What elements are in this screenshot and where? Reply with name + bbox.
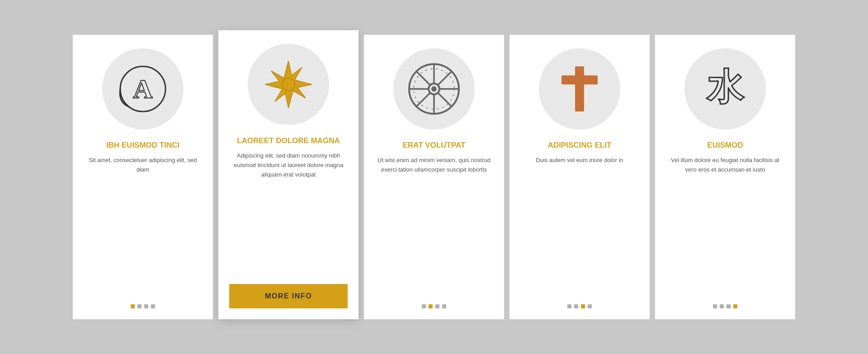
dot	[435, 304, 439, 308]
svg-rect-16	[575, 66, 584, 112]
kanji-icon: 水	[696, 60, 755, 118]
svg-rect-17	[561, 75, 598, 84]
dot	[726, 304, 731, 308]
svg-line-11	[438, 93, 452, 107]
dot	[144, 304, 148, 308]
dot	[574, 304, 578, 308]
card-1: A IBH EUISMOD TINCI Sit amet, consectetu…	[73, 35, 213, 319]
card-5-dots	[713, 304, 737, 308]
card-5: 水 EUISMOD Vel illum dolore eu feugiat nu…	[655, 35, 795, 319]
card-1-title: IBH EUISMOD TINCI	[106, 140, 179, 150]
svg-text:A: A	[133, 74, 152, 104]
card-3-dots	[422, 304, 446, 308]
icon-circle-1: A	[102, 48, 184, 130]
icon-circle-2	[248, 44, 329, 125]
dot	[567, 304, 571, 308]
cross-icon	[550, 60, 609, 118]
card-1-text: Sit amet, consectetuer adipiscing elit, …	[84, 156, 202, 293]
svg-point-3	[282, 78, 295, 91]
cards-container: A IBH EUISMOD TINCI Sit amet, consectetu…	[43, 17, 825, 337]
dot	[733, 304, 737, 308]
atheism-icon: A	[116, 62, 170, 116]
card-5-text: Vel illum dolore eu feugiat nulla facili…	[666, 156, 784, 293]
dot	[442, 304, 446, 308]
dot	[588, 304, 592, 308]
card-4-dots	[567, 304, 592, 308]
card-2: LAOREET DOLORE MAGNA Adipiscing elit, se…	[218, 30, 359, 319]
card-4-title: ADIPISCING ELIT	[548, 140, 612, 150]
card-1-dots	[131, 304, 155, 308]
icon-circle-5: 水	[684, 48, 766, 130]
card-4: ADIPISCING ELIT Duis autem vel eum iriur…	[509, 35, 650, 319]
svg-point-14	[431, 86, 437, 92]
card-5-title: EUISMOD	[707, 140, 743, 150]
dot	[151, 304, 155, 308]
bahai-icon	[259, 55, 318, 114]
card-4-text: Duis autem vel eum iriure dolor in	[536, 156, 623, 293]
dot	[429, 304, 433, 308]
svg-line-12	[438, 71, 452, 85]
icon-circle-4	[539, 48, 620, 130]
card-3-title: ERAT VOLUTPAT	[403, 140, 466, 150]
dot	[581, 304, 585, 308]
icon-circle-3	[393, 48, 475, 130]
card-2-text: Adipiscing elit, sed diam nonummy nibh e…	[229, 151, 348, 275]
card-3-text: Ut wisi enim ad minim veniam, quis nostr…	[375, 156, 493, 293]
card-3: ERAT VOLUTPAT Ut wisi enim ad minim veni…	[364, 35, 504, 319]
card-2-title: LAOREET DOLORE MAGNA	[237, 136, 340, 146]
dot	[713, 304, 717, 308]
dot	[131, 304, 135, 308]
svg-line-13	[416, 93, 430, 107]
svg-text:水: 水	[706, 67, 745, 107]
svg-line-10	[416, 71, 430, 85]
dot	[720, 304, 724, 308]
dot	[137, 304, 142, 308]
dharma-icon	[405, 60, 463, 118]
dot	[422, 304, 426, 308]
more-info-button[interactable]: MORE INFO	[229, 284, 348, 308]
